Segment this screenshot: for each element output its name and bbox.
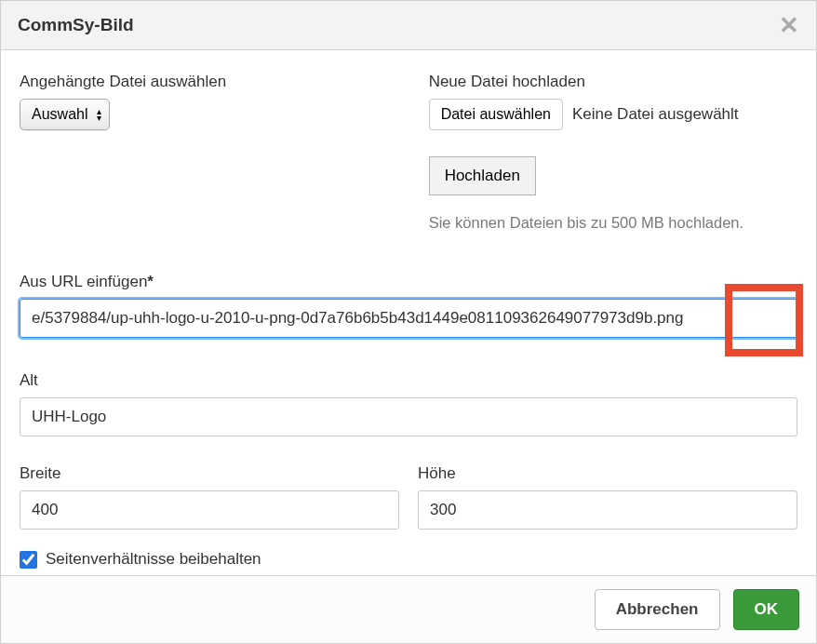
url-label: Aus URL einfügen* — [20, 273, 797, 291]
url-input[interactable] — [20, 299, 797, 338]
dialog-body: Angehängte Datei auswählen Auswahl ▴▾ Ne… — [1, 50, 816, 575]
alt-label: Alt — [20, 371, 797, 390]
file-picker-row: Datei auswählen Keine Datei ausgewählt — [429, 99, 797, 130]
upload-button[interactable]: Hochladen — [429, 156, 536, 195]
aspect-ratio-label: Seitenverhältnisse beibehalten — [46, 550, 261, 569]
width-column: Breite — [20, 464, 399, 530]
url-input-wrap — [20, 299, 797, 338]
upload-column: Neue Datei hochladen Datei auswählen Kei… — [429, 73, 797, 232]
dialog-footer: Abbrechen OK — [1, 575, 816, 643]
aspect-ratio-checkbox[interactable] — [20, 551, 37, 569]
height-input[interactable] — [418, 490, 797, 530]
alt-input[interactable] — [20, 397, 797, 436]
image-dialog: CommSy-Bild ✕ Angehängte Datei auswählen… — [1, 1, 816, 643]
dialog-header: CommSy-Bild ✕ — [1, 1, 816, 50]
required-star: * — [147, 273, 154, 290]
upload-hint: Sie können Dateien bis zu 500 MB hochlad… — [429, 214, 797, 232]
cancel-button[interactable]: Abbrechen — [595, 589, 720, 630]
chevron-updown-icon: ▴▾ — [97, 108, 101, 121]
url-section: Aus URL einfügen* — [20, 273, 797, 338]
attached-file-label: Angehängte Datei auswählen — [20, 73, 401, 91]
attached-file-select[interactable]: Auswahl ▴▾ — [20, 99, 110, 130]
dialog-title: CommSy-Bild — [18, 15, 134, 35]
file-status-text: Keine Datei ausgewählt — [572, 105, 739, 124]
close-icon[interactable]: ✕ — [779, 13, 799, 37]
aspect-ratio-row: Seitenverhältnisse beibehalten — [20, 550, 797, 569]
choose-file-button[interactable]: Datei auswählen — [429, 99, 563, 130]
height-column: Höhe — [418, 464, 797, 530]
upload-label: Neue Datei hochladen — [429, 73, 797, 91]
top-row: Angehängte Datei auswählen Auswahl ▴▾ Ne… — [20, 73, 797, 232]
ok-button[interactable]: OK — [733, 589, 800, 630]
attached-file-select-value: Auswahl — [32, 106, 87, 123]
attached-file-column: Angehängte Datei auswählen Auswahl ▴▾ — [20, 73, 401, 232]
width-input[interactable] — [20, 490, 399, 530]
width-label: Breite — [20, 464, 399, 483]
alt-section: Alt — [20, 371, 797, 436]
height-label: Höhe — [418, 464, 797, 483]
dimensions-row: Breite Höhe — [20, 464, 797, 530]
